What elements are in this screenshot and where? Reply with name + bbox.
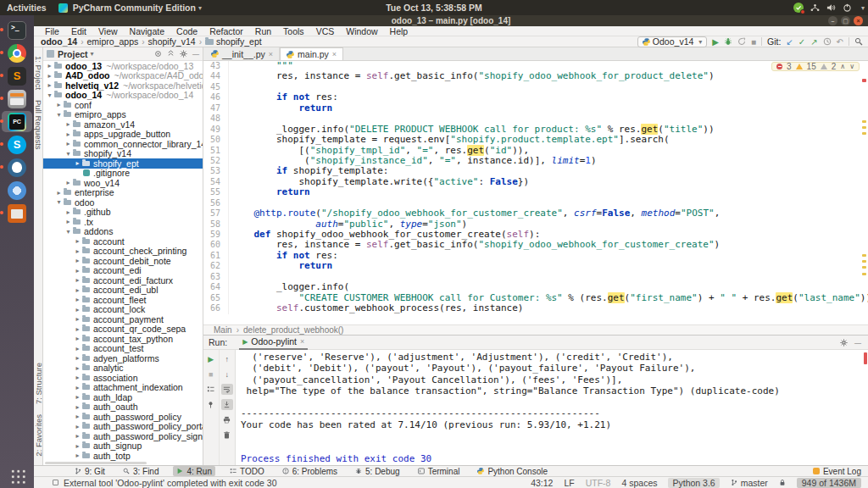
horizontal-scrollbar[interactable]	[45, 462, 147, 464]
tree-item-account-edi-ubl[interactable]: ▸account_edi_ubl	[43, 286, 203, 296]
tree-item-addons[interactable]: ▾addons	[43, 227, 203, 237]
tree-item-odoo[interactable]: ▾odoo	[43, 197, 203, 208]
tab-init-py[interactable]: __init__.py×	[205, 47, 280, 60]
tree-item-shopify-v14[interactable]: ▾shopify_v14	[43, 149, 203, 159]
status-lf[interactable]: LF	[564, 478, 574, 488]
dock-item-sublime[interactable]	[2, 65, 32, 86]
status-lock[interactable]	[779, 479, 786, 486]
toolwindow-button-todo[interactable]: TODO	[226, 466, 268, 476]
status-python-3-6[interactable]: Python 3.6	[668, 478, 719, 488]
project-panel-title[interactable]: Project	[58, 49, 88, 59]
tree-item-attachment-indexation[interactable]: ▸attachment_indexation	[43, 383, 203, 393]
git-commit-button[interactable]	[798, 37, 805, 47]
run-tab-odoo-pylint[interactable]: Odoo-pylint ×	[239, 336, 308, 350]
power-icon[interactable]	[843, 3, 852, 12]
code-line[interactable]: 62 return	[203, 261, 868, 271]
software-update-icon[interactable]	[793, 3, 804, 13]
next-error-icon[interactable]: ∨	[849, 63, 854, 70]
toolwindow-button-6-problems[interactable]: 6: Problems	[279, 466, 341, 476]
menu-tools[interactable]: Tools	[277, 26, 310, 36]
git-push-button[interactable]	[810, 37, 817, 47]
tree-item-odoo-13[interactable]: ▸odoo_13~/workspace/odoo_13	[43, 61, 203, 71]
menu-view[interactable]: View	[92, 26, 124, 36]
breadcrumb-item-emipro-apps[interactable]: emipro_apps	[87, 36, 139, 47]
tree-item-common-connector-library-14[interactable]: ▸common_connector_library_14	[43, 139, 203, 149]
menu-edit[interactable]: Edit	[65, 26, 92, 36]
editor-breadcrumb-item[interactable]: delete_product_webhook()	[243, 325, 343, 335]
menu-run[interactable]: Run	[249, 26, 277, 36]
stop-button[interactable]	[751, 37, 756, 47]
menu-refactor[interactable]: Refactor	[203, 26, 249, 36]
tree-item-account-lock[interactable]: ▸account_lock	[43, 305, 203, 315]
menu-help[interactable]: Help	[384, 26, 415, 36]
prev-error-icon[interactable]: ∧	[840, 63, 845, 70]
tree-item-account-payment[interactable]: ▸account_payment	[43, 314, 203, 324]
tree-item-auth-password-policy-signup[interactable]: ▸auth_password_policy_signup	[43, 431, 203, 441]
dock-item-libreoffice[interactable]	[2, 202, 32, 224]
print-icon[interactable]	[221, 414, 233, 425]
breadcrumb-item-shopify-v14[interactable]: shopify_v14	[148, 36, 196, 47]
tree-item-auth-ldap[interactable]: ▸auth_ldap	[43, 392, 203, 402]
tree-item-association[interactable]: ▸association	[43, 373, 203, 383]
tree-item-auth-password-policy[interactable]: ▸auth_password_policy	[43, 412, 203, 422]
code-line[interactable]: 47 return	[203, 103, 868, 114]
hide-panel-icon[interactable]	[192, 50, 199, 58]
tree-item-account-check-printing[interactable]: ▸account_check_printing	[43, 247, 203, 257]
show-applications-button[interactable]	[9, 468, 25, 484]
tree-item-account-qr-code-sepa[interactable]: ▸account_qr_code_sepa	[43, 324, 203, 335]
stripe-pull-requests[interactable]: Pull Requests	[34, 100, 43, 150]
hide-panel-icon[interactable]	[854, 339, 861, 347]
network-icon[interactable]	[810, 3, 820, 12]
status-master[interactable]: master	[731, 478, 768, 488]
code-editor[interactable]: 43 """44 res, instance = self.get_basic_…	[203, 61, 868, 324]
app-menu-button[interactable]: PyCharm Community Edition	[73, 3, 196, 13]
tree-item-account-tax-python[interactable]: ▸account_tax_python	[43, 334, 203, 344]
stripe-1-project[interactable]: 1: Project	[34, 56, 43, 90]
tree-item-account[interactable]: ▸account	[43, 236, 203, 247]
tree-item-a4d-odoo[interactable]: ▸A4D_odoo~/workspace/A4D_odoo	[43, 71, 203, 81]
breadcrumb-item-odoo-14[interactable]: odoo_14	[41, 36, 77, 47]
dock-item-terminal[interactable]	[2, 19, 32, 41]
tree-item-shopify-ept[interactable]: ▸shopify_ept	[43, 158, 203, 169]
tree-item-analytic[interactable]: ▸analytic	[43, 363, 203, 374]
close-icon[interactable]: ×	[269, 50, 273, 58]
maximize-button[interactable]: ▢	[841, 16, 850, 25]
tree-item-auth-signup[interactable]: ▸auth_signup	[43, 441, 203, 452]
tree-item-account-edi-facturx[interactable]: ▸account_edi_facturx	[43, 275, 203, 286]
tree-item-enterprise[interactable]: ▸enterprise	[43, 188, 203, 198]
menu-vcs[interactable]: VCS	[310, 26, 341, 36]
status-43-12[interactable]: 43:12	[531, 478, 553, 488]
toolwindow-button-terminal[interactable]: Terminal	[415, 466, 464, 476]
editor-breadcrumb-item[interactable]: Main	[214, 325, 232, 335]
tree-item-account-edi[interactable]: ▸account_edi	[43, 266, 203, 276]
stripe-7-structure[interactable]: 7: Structure	[34, 363, 43, 404]
locate-file-icon[interactable]	[154, 50, 162, 58]
history-button[interactable]	[823, 37, 832, 46]
clear-all-icon[interactable]	[221, 430, 233, 441]
toolwindow-button-9-git[interactable]: 9: Git	[71, 466, 108, 476]
tree-item-emipro-apps[interactable]: ▾emipro_apps	[43, 110, 203, 120]
tree-item-adyen-platforms[interactable]: ▸adyen_platforms	[43, 353, 203, 363]
toolwindow-button-python-console[interactable]: Python Console	[474, 466, 551, 476]
menu-navigate[interactable]: Navigate	[124, 26, 170, 36]
search-everywhere-button[interactable]	[854, 37, 863, 46]
status-949-of-1436m[interactable]: 949 of 1436M	[797, 478, 861, 488]
tree-item-helvetiq-v12[interactable]: ▸helvetiq_v12~/workspace/helvetiq_v12	[43, 80, 203, 91]
minimize-button[interactable]: –	[828, 16, 837, 25]
down-stack-trace-icon[interactable]	[221, 369, 233, 380]
coverage-button[interactable]	[737, 37, 746, 46]
event-log-button[interactable]: Event Log	[813, 467, 861, 476]
tree-item-woo-v14[interactable]: ▸woo_v14	[43, 178, 203, 188]
inspections-widget[interactable]: 3 15 2 ∧ ∨	[771, 62, 860, 71]
dock-item-skype[interactable]	[2, 134, 32, 155]
menu-window[interactable]: Window	[340, 26, 383, 36]
menu-code[interactable]: Code	[170, 26, 203, 36]
scroll-to-end-icon[interactable]	[221, 399, 233, 410]
show-options-icon[interactable]	[205, 384, 217, 395]
tree-item-tx[interactable]: ▸.tx	[43, 217, 203, 227]
dock-item-pycharm[interactable]	[2, 111, 32, 132]
run-button[interactable]	[712, 37, 719, 47]
tree-item-github[interactable]: ▸.github	[43, 208, 203, 218]
close-icon[interactable]: ×	[300, 337, 304, 346]
menu-file[interactable]: File	[39, 26, 65, 36]
